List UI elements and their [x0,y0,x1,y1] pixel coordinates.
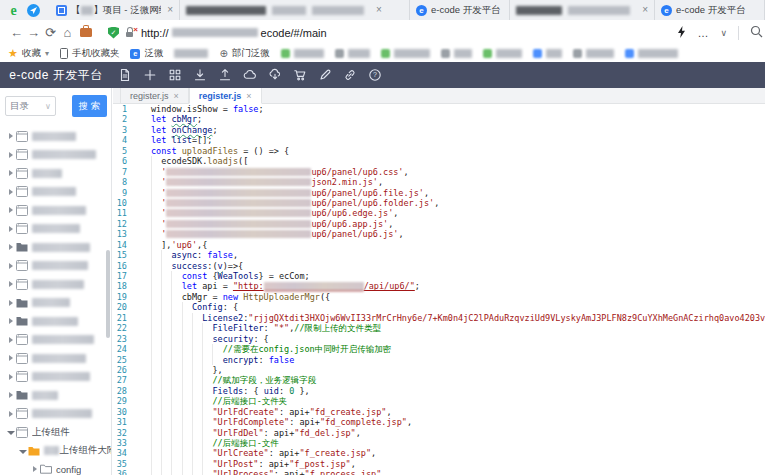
tab-close-icon[interactable]: × [376,5,382,15]
bookmark-item[interactable]: 手机收藏夹 [60,47,120,60]
bookmark-item[interactable] [533,49,562,58]
bookmark-item[interactable] [625,49,678,58]
tree-item[interactable] [0,349,111,368]
browser-tab[interactable]: 【】项目 - 泛微网络× [50,0,180,20]
import-icon[interactable] [193,68,207,82]
tree-item-config[interactable]: config [0,460,111,475]
chevron-collapsed-icon[interactable] [6,244,15,250]
more-icon[interactable]: … [697,27,709,39]
chevron-collapsed-icon[interactable] [6,355,15,361]
help-icon[interactable]: ? [368,68,382,82]
chevron-expanded-icon[interactable] [18,448,27,454]
collapse-icon[interactable]: ∨ [720,28,727,38]
code-token: : api+ [274,469,305,475]
tree-item[interactable] [0,331,111,350]
chevron-collapsed-icon[interactable] [6,374,15,380]
home-icon[interactable]: ⌂ [59,21,76,45]
plus-icon[interactable] [143,68,157,82]
favicon-icon [441,49,450,58]
chevron-collapsed-icon[interactable] [6,300,15,306]
new-file-icon[interactable] [118,68,132,82]
tree-item[interactable] [0,127,111,146]
tree-item[interactable] [0,220,111,239]
shield-safe-icon[interactable]: ✓ [108,27,119,39]
bookmark-item[interactable]: e泛微 [130,47,163,60]
app-icon [15,186,29,197]
tree-item[interactable] [0,312,111,331]
chevron-collapsed-icon[interactable] [6,226,15,232]
forward-icon[interactable]: → [25,21,42,45]
chevron-collapsed-icon[interactable] [6,263,15,269]
search-button[interactable]: 搜 索 [72,95,107,117]
tree-item-named[interactable]: 上传组件大附件 [0,442,111,461]
tab-close-icon[interactable]: × [246,91,251,101]
chevron-collapsed-icon[interactable] [6,318,15,324]
editor-tab[interactable]: register.js× [189,88,262,104]
bookmark-item[interactable] [381,49,430,58]
tree-item[interactable] [0,405,111,424]
redacted-text [186,6,266,15]
code-token: "f_create.jsp" [299,448,371,458]
chevron-collapsed-icon[interactable] [6,189,15,195]
chevron-collapsed-icon[interactable] [6,207,15,213]
insecure-lock-icon[interactable]: × [125,27,135,38]
back-icon[interactable]: ← [8,21,25,45]
search-icon[interactable] [750,24,763,42]
chevron-collapsed-icon[interactable] [6,281,15,287]
directory-select[interactable]: 目录 ∨ [5,96,56,116]
chevron-collapsed-icon[interactable] [6,392,15,398]
bookmark-item[interactable] [483,49,522,58]
bookmark-item[interactable]: ⊕部门泛微 [219,47,269,60]
tab-close-icon[interactable]: × [174,91,179,101]
browser-tab[interactable]: × [180,0,410,20]
briefcase-icon[interactable] [80,28,92,37]
cart-icon[interactable] [293,68,307,82]
bookmark-item[interactable] [281,49,324,58]
url-field[interactable]: http:// ecode/#/main [141,27,677,39]
tree-item[interactable] [0,257,111,276]
chevron-collapsed-icon[interactable] [6,133,15,139]
chevron-collapsed-icon[interactable] [6,337,15,343]
bookmark-item[interactable]: ★收藏▾ [8,47,49,60]
browser-assistant-icon[interactable] [27,4,40,17]
lightning-icon[interactable] [677,24,686,42]
sidebar-scrollbar[interactable] [106,250,110,338]
tab-close-icon[interactable]: × [167,5,173,15]
chevron-expanded-icon[interactable] [6,429,15,435]
cloud-download-icon[interactable] [268,68,282,82]
tree-item[interactable] [0,368,111,387]
tree-item[interactable] [0,183,111,202]
tree-item[interactable] [0,386,111,405]
browser-tab[interactable]: × [510,0,655,20]
bookmark-item[interactable] [335,49,370,58]
tree-item[interactable] [0,164,111,183]
tree-item-named[interactable]: 上传组件 [0,423,111,442]
tree-item[interactable] [0,294,111,313]
code-text: encrypt: false [151,355,294,365]
bookmark-item[interactable] [174,49,208,58]
browser-tab[interactable]: ee-code 开发平台 [410,0,510,20]
code-token: : { [223,302,238,312]
code-area[interactable]: 1window.isShow = false;2let cbMgr;3let o… [113,104,765,475]
tree-item[interactable] [0,146,111,165]
chevron-collapsed-icon[interactable] [6,152,15,158]
browser-tab[interactable]: ee-code 开发平台 [655,0,765,20]
bookmark-item[interactable] [441,49,472,58]
editor-tab[interactable]: register.js× [120,88,189,103]
tree-item[interactable] [0,275,111,294]
reload-icon[interactable]: ⟳ [42,21,59,45]
export-icon[interactable] [218,68,232,82]
chevron-collapsed-icon[interactable] [6,170,15,176]
cloud-icon[interactable] [243,68,257,82]
tree-item[interactable] [0,238,111,257]
apps-grid-icon[interactable] [168,68,182,82]
tree-item[interactable] [0,201,111,220]
bookmark-item[interactable] [573,49,614,58]
chevron-collapsed-icon[interactable] [6,411,15,417]
pen-icon[interactable] [318,68,332,82]
chevron-collapsed-icon[interactable] [30,466,39,472]
browser-logo-icon[interactable]: e [6,3,21,18]
link-icon[interactable] [343,68,357,82]
code-token: new [223,292,238,302]
tab-close-icon[interactable]: × [642,5,648,15]
